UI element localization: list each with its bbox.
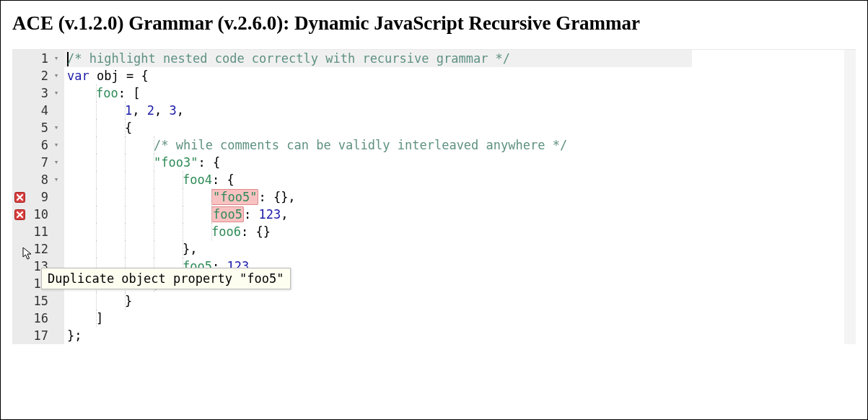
indent-guide <box>154 154 154 171</box>
gutter-row[interactable]: 17 <box>12 327 64 344</box>
code-line[interactable]: /* while comments can be validly interle… <box>64 136 692 154</box>
indent-guide <box>211 188 212 206</box>
indent-guide <box>154 223 154 240</box>
token-punct: , <box>154 103 169 118</box>
line-number: 11 <box>27 223 48 240</box>
token-num: 3 <box>169 103 176 118</box>
fold-toggle-icon[interactable]: ▾ <box>51 154 61 171</box>
indent-guide <box>96 136 97 154</box>
fold-toggle-icon[interactable]: ▾ <box>51 67 61 84</box>
token-prop: foo6 <box>211 224 241 239</box>
indent-guide <box>183 223 183 240</box>
code-editor[interactable]: 1▾2▾3▾45▾6▾7▾8▾91011121314151617 /* high… <box>12 49 856 344</box>
indent-guide <box>96 206 97 223</box>
line-number: 5 <box>27 119 48 136</box>
token-punct: ] <box>96 311 103 325</box>
vertical-scrollbar[interactable] <box>844 50 856 344</box>
fold-toggle-icon[interactable]: ▾ <box>51 136 61 154</box>
code-line[interactable]: }; <box>64 327 692 344</box>
token-num: 2 <box>147 103 154 118</box>
token-punct: , <box>281 207 288 222</box>
gutter-row[interactable]: 6▾ <box>12 136 64 154</box>
token-punct: , <box>132 103 146 118</box>
gutter-row[interactable]: 15 <box>12 292 64 310</box>
token-punct: }, <box>183 242 197 256</box>
indent-guide <box>96 171 97 188</box>
token-punct: : { <box>198 155 220 170</box>
code-line[interactable]: /* highlight nested code correctly with … <box>64 50 692 67</box>
token-prop: foo5 <box>211 206 244 222</box>
token-punct <box>89 69 97 83</box>
token-prop: foo4 <box>183 172 212 187</box>
fold-toggle-icon[interactable]: ▾ <box>51 84 61 102</box>
token-punct: = { <box>119 69 149 83</box>
line-number: 15 <box>27 292 48 310</box>
indent-guide <box>125 292 126 310</box>
code-line[interactable]: var obj = { <box>64 67 692 84</box>
code-line[interactable]: { <box>64 119 692 136</box>
code-line[interactable]: foo6: {} <box>64 223 692 240</box>
code-line[interactable]: ] <box>64 310 692 327</box>
token-num: 1 <box>125 103 132 118</box>
token-string: "foo5" <box>211 189 258 205</box>
fold-toggle-icon[interactable]: ▾ <box>51 50 61 67</box>
code-line[interactable]: "foo3": { <box>64 154 692 171</box>
gutter-row[interactable]: 1▾ <box>12 50 64 67</box>
indent-guide <box>154 240 154 258</box>
indent-guide <box>183 188 183 206</box>
token-comment: /* while comments can be validly interle… <box>154 138 567 152</box>
editor-code-area[interactable]: /* highlight nested code correctly with … <box>64 50 692 344</box>
line-number: 4 <box>27 102 48 119</box>
indent-guide <box>96 188 97 206</box>
gutter-row[interactable]: 3▾ <box>12 84 64 102</box>
indent-guide <box>125 188 126 206</box>
indent-guide <box>96 292 97 310</box>
gutter-row[interactable]: 9 <box>12 188 64 206</box>
gutter-row[interactable]: 2▾ <box>12 67 64 84</box>
gutter-row[interactable]: 11 <box>12 223 64 240</box>
error-icon[interactable] <box>14 209 25 220</box>
indent-guide <box>154 188 154 206</box>
gutter-row[interactable]: 7▾ <box>12 154 64 171</box>
line-number: 10 <box>27 206 48 223</box>
gutter-row[interactable]: 8▾ <box>12 171 64 188</box>
indent-guide <box>211 223 212 240</box>
code-line[interactable]: foo: [ <box>64 84 692 102</box>
gutter-row[interactable]: 4 <box>12 102 64 119</box>
indent-guide <box>96 223 97 240</box>
gutter-row[interactable]: 5▾ <box>12 119 64 136</box>
line-number: 8 <box>27 171 48 188</box>
error-tooltip: Duplicate object property "foo5" <box>41 268 291 289</box>
line-number: 2 <box>27 67 48 84</box>
token-punct: } <box>125 294 132 308</box>
indent-guide <box>183 240 183 258</box>
token-punct: : [ <box>118 86 141 100</box>
code-line[interactable]: "foo5": {}, <box>64 188 692 206</box>
fold-toggle-icon[interactable]: ▾ <box>51 171 61 188</box>
indent-guide <box>125 171 126 188</box>
error-icon[interactable] <box>14 191 25 203</box>
line-number: 1 <box>27 50 48 67</box>
gutter-row[interactable]: 16 <box>12 310 64 327</box>
indent-guide <box>96 310 97 327</box>
page-title: ACE (v.1.2.0) Grammar (v.2.6.0): Dynamic… <box>12 12 856 35</box>
code-line[interactable]: foo5: 123, <box>64 206 692 223</box>
fold-toggle-icon[interactable]: ▾ <box>51 119 61 136</box>
code-line[interactable]: }, <box>64 240 692 258</box>
indent-guide <box>125 154 126 171</box>
token-punct: }; <box>67 328 82 343</box>
line-number: 17 <box>27 327 48 344</box>
token-punct: , <box>177 103 184 118</box>
editor-gutter[interactable]: 1▾2▾3▾45▾6▾7▾8▾91011121314151617 <box>12 50 64 344</box>
indent-guide <box>96 119 97 136</box>
indent-guide <box>96 102 97 119</box>
indent-guide <box>154 206 154 223</box>
code-line[interactable]: 1, 2, 3, <box>64 102 692 119</box>
gutter-row[interactable]: 12 <box>12 240 64 258</box>
token-ident: obj <box>97 69 119 83</box>
code-line[interactable]: } <box>64 292 692 310</box>
indent-guide <box>125 223 126 240</box>
code-line[interactable]: foo4: { <box>64 171 692 188</box>
indent-guide <box>211 206 212 223</box>
gutter-row[interactable]: 10 <box>12 206 64 223</box>
